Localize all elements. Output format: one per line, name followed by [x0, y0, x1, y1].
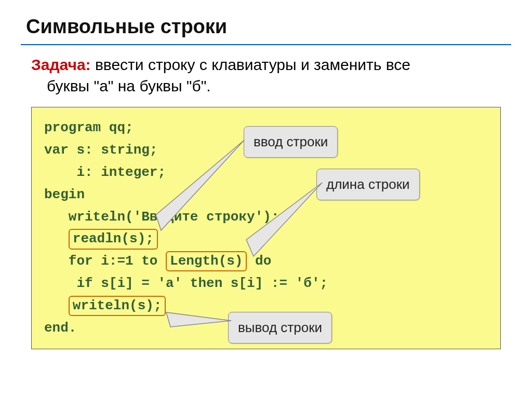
- highlight-writeln: writeln(s);: [69, 296, 166, 316]
- callout-length: длина строки: [316, 169, 420, 200]
- code-line-7: for i:=1 to Length(s) do: [44, 250, 488, 272]
- highlight-length: Length(s): [166, 251, 247, 271]
- code-line-5: writeln('Введите строку');: [44, 206, 488, 228]
- code-7-post: do: [247, 253, 271, 269]
- code-line-4: begin: [44, 184, 488, 206]
- slide-title: Символьные строки: [21, 16, 511, 38]
- code-line-8: if s[i] = 'а' then s[i] := 'б';: [44, 272, 488, 295]
- title-divider: [21, 44, 511, 45]
- task-label: Задача:: [31, 56, 91, 73]
- task-text-1: ввести строку с клавиатуры и заменить вс…: [91, 56, 410, 73]
- code-line-3: i: integer;: [44, 161, 488, 184]
- callout-input: ввод строки: [244, 126, 338, 158]
- task-block: Задача: ввести строку с клавиатуры и зам…: [21, 54, 511, 97]
- code-box: program qq; var s: string; i: integer; b…: [31, 107, 501, 349]
- callout-output: вывод строки: [228, 312, 332, 344]
- task-text-2: буквы "а" на буквы "б".: [31, 76, 501, 97]
- callout-length-label: длина строки: [326, 176, 410, 192]
- callout-output-label: вывод строки: [238, 320, 322, 335]
- code-line-6: readln(s);: [44, 228, 488, 250]
- code-7-pre: for i:=1 to: [44, 253, 166, 269]
- callout-input-label: ввод строки: [254, 134, 328, 149]
- highlight-readln: readln(s);: [69, 229, 158, 249]
